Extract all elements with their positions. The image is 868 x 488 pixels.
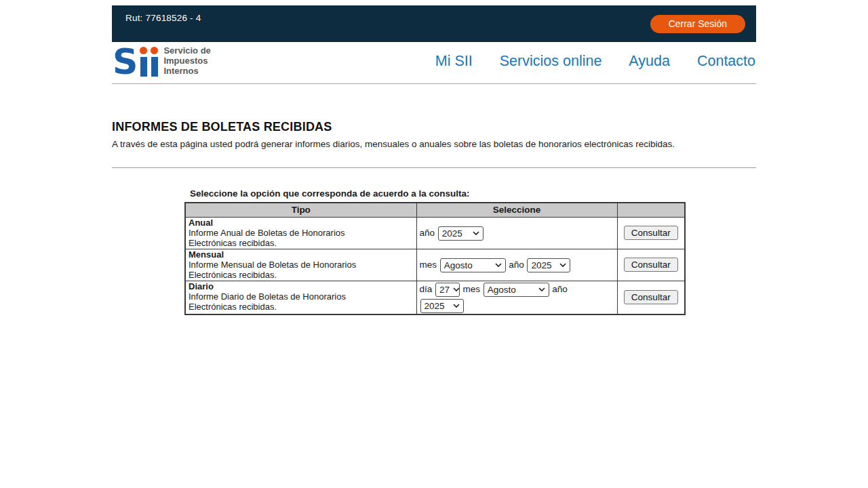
chevron-down-icon bbox=[495, 263, 502, 267]
anual-type-label: Anual bbox=[189, 218, 414, 228]
logo-letter-i-icon bbox=[151, 47, 158, 77]
anual-tipo-cell: Anual Informe Anual de Boletas de Honora… bbox=[185, 217, 416, 249]
anual-consultar-button[interactable]: Consultar bbox=[624, 226, 678, 240]
anual-year-label: año bbox=[420, 228, 435, 238]
diario-day-label: día bbox=[420, 284, 433, 294]
chevron-down-icon bbox=[538, 287, 545, 291]
diario-tipo-cell: Diario Informe Diario de Boletas de Hono… bbox=[185, 281, 416, 314]
table-row-mensual: Mensual Informe Mensual de Boletas de Ho… bbox=[185, 249, 685, 281]
mensual-year-select[interactable]: 2025 bbox=[527, 258, 570, 272]
consulta-section: Seleccione la opción que corresponda de … bbox=[184, 188, 684, 315]
main-nav: Mi SII Servicios online Ayuda Contacto bbox=[435, 53, 756, 70]
table-caption: Seleccione la opción que corresponda de … bbox=[190, 188, 684, 199]
divider bbox=[112, 167, 756, 168]
diario-month-label: mes bbox=[463, 284, 481, 294]
top-session-bar: Rut: 77618526 - 4 Cerrar Sesión bbox=[112, 5, 756, 42]
mensual-select-cell: mes Agosto año 2025 bbox=[416, 249, 617, 281]
nav-contacto[interactable]: Contacto bbox=[697, 53, 755, 70]
mensual-type-label: Mensual bbox=[189, 249, 414, 260]
mensual-description: Informe Mensual de Boletas de Honorarios… bbox=[189, 260, 373, 281]
mensual-tipo-cell: Mensual Informe Mensual de Boletas de Ho… bbox=[185, 249, 416, 281]
chevron-down-icon bbox=[559, 263, 566, 267]
anual-description: Informe Anual de Boletas de Honorarios E… bbox=[189, 228, 373, 249]
header-seleccione: Seleccione bbox=[416, 203, 617, 217]
anual-year-select[interactable]: 2025 bbox=[438, 226, 484, 241]
header-bar: S Servicio de Impuestos Internos Mi SII … bbox=[112, 42, 756, 84]
logo-caption: Servicio de Impuestos Internos bbox=[163, 45, 210, 77]
diario-type-label: Diario bbox=[189, 281, 414, 291]
diario-month-select[interactable]: Agosto bbox=[484, 283, 549, 297]
anual-select-cell: año 2025 bbox=[416, 217, 617, 249]
logo-letter-s: S bbox=[113, 47, 136, 77]
main-content: INFORMES DE BOLETAS RECIBIDAS A través d… bbox=[112, 84, 756, 315]
chevron-down-icon bbox=[473, 231, 479, 235]
logout-button[interactable]: Cerrar Sesión bbox=[650, 15, 745, 33]
page-title: INFORMES DE BOLETAS RECIBIDAS bbox=[112, 120, 756, 134]
logo-letter-i-icon bbox=[140, 47, 147, 77]
rut-label: Rut: 77618526 - 4 bbox=[125, 13, 201, 23]
table-header-row: Tipo Seleccione bbox=[185, 203, 685, 217]
page-subtitle: A través de esta página usted podrá gene… bbox=[112, 139, 756, 149]
diario-action-cell: Consultar bbox=[617, 281, 685, 314]
mensual-month-label: mes bbox=[420, 260, 437, 270]
diario-year-label: año bbox=[552, 284, 568, 294]
table-row-diario: Diario Informe Diario de Boletas de Hono… bbox=[185, 281, 685, 314]
diario-description: Informe Diario de Boletas de Honorarios … bbox=[189, 291, 373, 312]
table-row-anual: Anual Informe Anual de Boletas de Honora… bbox=[185, 217, 685, 249]
mensual-action-cell: Consultar bbox=[617, 249, 685, 281]
chevron-down-icon bbox=[453, 304, 460, 308]
mensual-consultar-button[interactable]: Consultar bbox=[624, 258, 678, 272]
diario-day-select[interactable]: 27 bbox=[435, 283, 460, 297]
nav-ayuda[interactable]: Ayuda bbox=[629, 53, 670, 70]
diario-year-select[interactable]: 2025 bbox=[420, 299, 464, 313]
page-container: Rut: 77618526 - 4 Cerrar Sesión S Servic… bbox=[112, 5, 756, 315]
informes-table: Tipo Seleccione Anual Informe Anual de B… bbox=[184, 202, 686, 315]
header-accion bbox=[617, 203, 685, 217]
nav-servicios-online[interactable]: Servicios online bbox=[500, 53, 602, 70]
mensual-year-label: año bbox=[509, 260, 524, 270]
diario-select-cell: día 27 mes Agosto año bbox=[416, 281, 617, 314]
mensual-month-select[interactable]: Agosto bbox=[440, 258, 506, 272]
diario-consultar-button[interactable]: Consultar bbox=[624, 290, 678, 304]
anual-action-cell: Consultar bbox=[617, 217, 685, 249]
header-tipo: Tipo bbox=[185, 203, 416, 217]
sii-logo: S Servicio de Impuestos Internos bbox=[113, 45, 211, 77]
chevron-down-icon bbox=[453, 287, 460, 291]
sii-logo-glyphs-icon: S bbox=[113, 47, 158, 77]
nav-mi-sii[interactable]: Mi SII bbox=[435, 53, 473, 70]
